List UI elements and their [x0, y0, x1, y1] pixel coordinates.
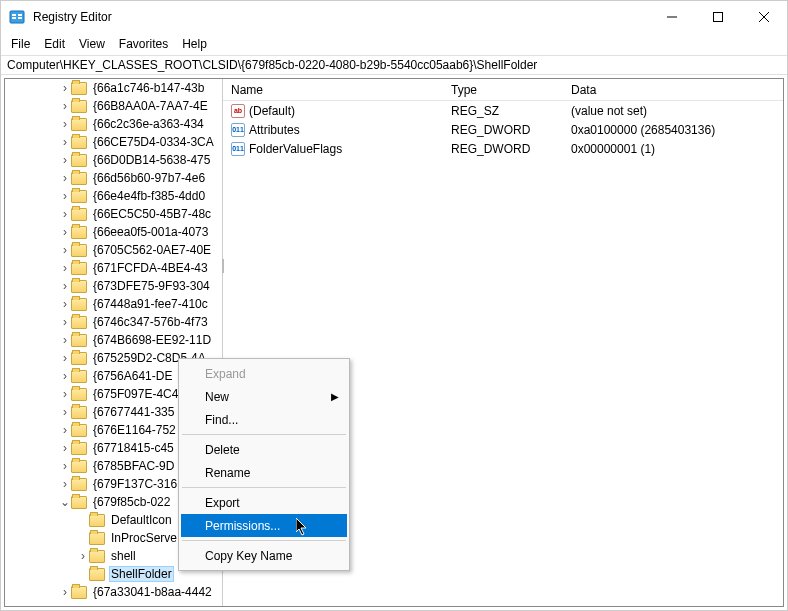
folder-icon: [71, 100, 87, 113]
tree-node[interactable]: ›{66c2c36e-a363-434: [5, 115, 222, 133]
value-row[interactable]: ab(Default)REG_SZ(value not set): [223, 101, 783, 120]
value-row[interactable]: 011FolderValueFlagsREG_DWORD0x00000001 (…: [223, 139, 783, 158]
value-data: 0x00000001 (1): [563, 142, 783, 156]
chevron-right-icon[interactable]: ›: [59, 478, 71, 490]
ctx-new[interactable]: New ▶: [181, 385, 347, 408]
tree-node-label: {676E1164-752: [91, 423, 178, 437]
chevron-right-icon[interactable]: ›: [59, 586, 71, 598]
tree-node-label: {67677441-335: [91, 405, 176, 419]
chevron-right-icon[interactable]: ›: [59, 370, 71, 382]
chevron-right-icon[interactable]: ›: [59, 406, 71, 418]
chevron-right-icon[interactable]: ›: [59, 208, 71, 220]
tree-node[interactable]: ›{66D0DB14-5638-475: [5, 151, 222, 169]
chevron-right-icon[interactable]: ›: [59, 388, 71, 400]
ctx-delete[interactable]: Delete: [181, 438, 347, 461]
tree-node[interactable]: ›{66B8AA0A-7AA7-4E: [5, 97, 222, 115]
dword-value-icon: 011: [231, 123, 245, 137]
tree-node-label: {67a33041-b8aa-4442: [91, 585, 214, 599]
menu-favorites[interactable]: Favorites: [113, 35, 174, 53]
tree-node[interactable]: ›{66e4e4fb-f385-4dd0: [5, 187, 222, 205]
value-name: FolderValueFlags: [249, 142, 342, 156]
folder-icon: [71, 298, 87, 311]
ctx-rename[interactable]: Rename: [181, 461, 347, 484]
chevron-right-icon[interactable]: ›: [59, 190, 71, 202]
menu-help[interactable]: Help: [176, 35, 213, 53]
chevron-right-icon[interactable]: ›: [59, 244, 71, 256]
tree-node-label: {66e4e4fb-f385-4dd0: [91, 189, 207, 203]
close-button[interactable]: [741, 1, 787, 33]
folder-icon: [71, 208, 87, 221]
context-menu: Expand New ▶ Find... Delete Rename Expor…: [178, 358, 350, 571]
tree-node[interactable]: ›{66eea0f5-001a-4073: [5, 223, 222, 241]
chevron-right-icon[interactable]: ›: [59, 136, 71, 148]
folder-icon: [71, 370, 87, 383]
app-icon: [9, 9, 25, 25]
tree-node-label: {67718415-c45: [91, 441, 176, 455]
column-header-type[interactable]: Type: [443, 83, 563, 97]
maximize-button[interactable]: [695, 1, 741, 33]
window-title: Registry Editor: [33, 10, 649, 24]
chevron-right-icon[interactable]: ›: [59, 154, 71, 166]
menu-file[interactable]: File: [5, 35, 36, 53]
chevron-right-icon[interactable]: ›: [59, 280, 71, 292]
tree-node[interactable]: ›{671FCFDA-4BE4-43: [5, 259, 222, 277]
chevron-right-icon[interactable]: ›: [59, 352, 71, 364]
tree-node[interactable]: ›{674B6698-EE92-11D: [5, 331, 222, 349]
chevron-right-icon[interactable]: ›: [59, 298, 71, 310]
menu-edit[interactable]: Edit: [38, 35, 71, 53]
folder-icon: [71, 406, 87, 419]
value-type: REG_DWORD: [443, 123, 563, 137]
ctx-find[interactable]: Find...: [181, 408, 347, 431]
folder-icon: [71, 316, 87, 329]
menu-view[interactable]: View: [73, 35, 111, 53]
ctx-new-label: New: [205, 390, 229, 404]
chevron-right-icon[interactable]: ›: [77, 550, 89, 562]
minimize-button[interactable]: [649, 1, 695, 33]
tree-node[interactable]: ›{6746c347-576b-4f73: [5, 313, 222, 331]
chevron-right-icon[interactable]: ›: [59, 226, 71, 238]
chevron-down-icon[interactable]: ⌄: [59, 496, 71, 508]
tree-node-label: DefaultIcon: [109, 513, 174, 527]
folder-icon: [71, 388, 87, 401]
tree-node[interactable]: ›{6705C562-0AE7-40E: [5, 241, 222, 259]
chevron-right-icon[interactable]: ›: [59, 316, 71, 328]
chevron-right-icon[interactable]: ›: [59, 82, 71, 94]
ctx-permissions[interactable]: Permissions...: [181, 514, 347, 537]
value-row[interactable]: 011AttributesREG_DWORD0xa0100000 (268540…: [223, 120, 783, 139]
tree-node[interactable]: ›{67448a91-fee7-410c: [5, 295, 222, 313]
chevron-right-icon[interactable]: ›: [59, 118, 71, 130]
column-header-name[interactable]: Name: [223, 83, 443, 97]
folder-icon: [71, 244, 87, 257]
chevron-right-icon[interactable]: ›: [59, 460, 71, 472]
folder-icon: [71, 154, 87, 167]
separator: [182, 434, 346, 435]
ctx-export[interactable]: Export: [181, 491, 347, 514]
minimize-icon: [667, 12, 677, 22]
value-data: 0xa0100000 (2685403136): [563, 123, 783, 137]
tree-node[interactable]: ›{673DFE75-9F93-304: [5, 277, 222, 295]
tree-node[interactable]: ›{66a1c746-b147-43b: [5, 79, 222, 97]
chevron-right-icon[interactable]: ›: [59, 262, 71, 274]
chevron-right-icon[interactable]: ›: [59, 334, 71, 346]
tree-node[interactable]: ›{66CE75D4-0334-3CA: [5, 133, 222, 151]
value-type: REG_DWORD: [443, 142, 563, 156]
tree-node[interactable]: ›{66EC5C50-45B7-48c: [5, 205, 222, 223]
maximize-icon: [713, 12, 723, 22]
tree-node-label: {66eea0f5-001a-4073: [91, 225, 210, 239]
svg-rect-1: [12, 14, 16, 16]
tree-node[interactable]: ›{66d56b60-97b7-4e6: [5, 169, 222, 187]
chevron-right-icon[interactable]: ›: [59, 424, 71, 436]
tree-node-label: {673DFE75-9F93-304: [91, 279, 212, 293]
folder-icon: [71, 136, 87, 149]
ctx-copy-key-name[interactable]: Copy Key Name: [181, 544, 347, 567]
address-bar[interactable]: Computer\HKEY_CLASSES_ROOT\CLSID\{679f85…: [1, 55, 787, 75]
tree-node[interactable]: ›{67a33041-b8aa-4442: [5, 583, 222, 601]
chevron-right-icon[interactable]: ›: [59, 442, 71, 454]
tree-node-label: {66a1c746-b147-43b: [91, 81, 206, 95]
chevron-right-icon[interactable]: ›: [59, 100, 71, 112]
tree-node-label: {671FCFDA-4BE4-43: [91, 261, 210, 275]
titlebar[interactable]: Registry Editor: [1, 1, 787, 33]
column-header-data[interactable]: Data: [563, 83, 783, 97]
splitter-handle[interactable]: [222, 259, 224, 273]
chevron-right-icon[interactable]: ›: [59, 172, 71, 184]
